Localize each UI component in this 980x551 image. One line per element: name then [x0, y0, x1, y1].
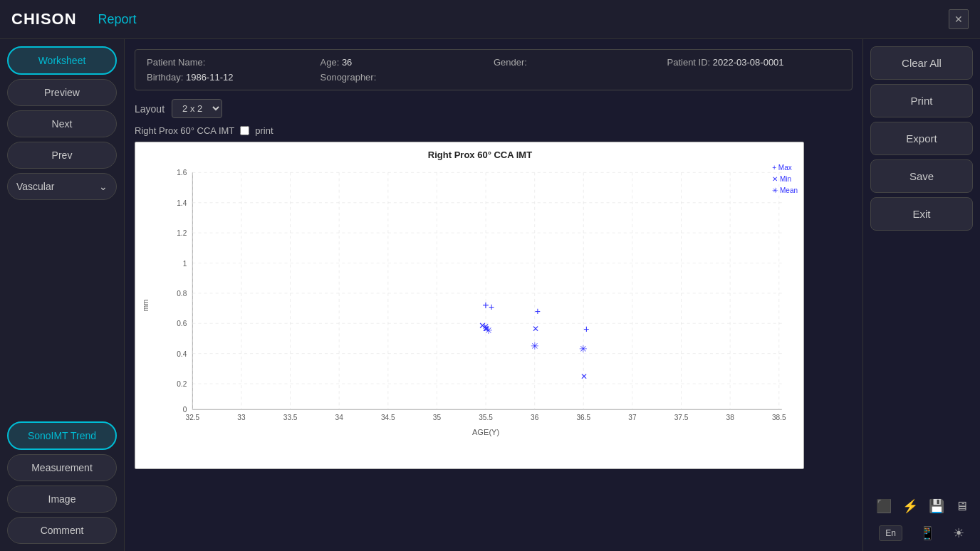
sidebar-item-worksheet[interactable]: Worksheet: [7, 46, 117, 75]
legend-max: + Max: [772, 162, 798, 174]
sidebar-item-sonoIMT[interactable]: SonoIMT Trend: [7, 421, 117, 450]
svg-text:35: 35: [433, 414, 442, 422]
language-button[interactable]: En: [879, 525, 902, 541]
titlebar: CHISON Report ✕: [0, 0, 980, 39]
sidebar-item-measurement[interactable]: Measurement: [7, 454, 117, 481]
chart-section-label: Right Prox 60° CCA IMT: [135, 125, 234, 136]
patient-age-field: Age: 36: [320, 57, 494, 68]
app-logo: CHISON: [11, 10, 77, 28]
layout-select[interactable]: 2 x 2 1 x 1 2 x 1: [172, 99, 222, 118]
sidebar-item-next[interactable]: Next: [7, 110, 117, 137]
svg-text:0.4: 0.4: [177, 350, 187, 358]
svg-text:36.5: 36.5: [576, 414, 590, 422]
sidebar-dropdown-vascular[interactable]: Vascular ⌄: [7, 173, 117, 200]
svg-text:+: +: [489, 301, 494, 313]
svg-text:37: 37: [628, 414, 637, 422]
right-bottom: ⬛ ⚡ 💾 🖥 En 📱 ☀: [870, 494, 973, 544]
patient-info-bar: Patient Name: Age: 36 Gender: Patient ID…: [135, 49, 853, 90]
svg-text:0: 0: [183, 406, 187, 414]
svg-text:33.5: 33.5: [283, 414, 298, 422]
svg-text:✳: ✳: [579, 343, 588, 355]
monitor-icon[interactable]: ⬛: [876, 498, 892, 514]
svg-text:36: 36: [531, 414, 539, 422]
screen-icon[interactable]: 🖥: [955, 499, 968, 514]
patient-gender-field: Gender:: [494, 57, 667, 68]
phone-icon[interactable]: 📱: [919, 525, 935, 541]
svg-text:0.6: 0.6: [177, 320, 187, 327]
chart-legend: + Max ✕ Min ✳ Mean: [772, 162, 798, 196]
sidebar-item-prev[interactable]: Prev: [7, 142, 117, 169]
svg-text:1: 1: [183, 260, 187, 268]
svg-text:1.4: 1.4: [177, 199, 187, 207]
icon-row: ⬛ ⚡ 💾 🖥: [870, 494, 973, 518]
chart-section: Right Prox 60° CCA IMT mm + Max ✕ Min ✳ …: [135, 142, 804, 469]
layout-label: Layout: [135, 103, 165, 115]
sidebar-item-comment[interactable]: Comment: [7, 517, 117, 544]
print-row: Right Prox 60° CCA IMT print: [135, 125, 853, 136]
svg-text:✳: ✳: [484, 325, 493, 336]
svg-text:0.8: 0.8: [177, 290, 187, 298]
chart-title: Right Prox 60° CCA IMT: [164, 149, 796, 160]
svg-text:33: 33: [237, 414, 246, 422]
lang-row: En 📱 ☀: [870, 523, 973, 544]
save-button[interactable]: Save: [870, 159, 973, 193]
exit-button[interactable]: Exit: [870, 197, 973, 231]
svg-text:38.5: 38.5: [772, 414, 786, 422]
legend-mean: ✳ Mean: [772, 185, 798, 196]
close-button[interactable]: ✕: [949, 9, 969, 29]
svg-text:38: 38: [726, 414, 735, 422]
y-axis-label: mm: [142, 300, 150, 312]
svg-text:37.5: 37.5: [674, 414, 689, 422]
sidebar-item-image[interactable]: Image: [7, 486, 117, 513]
svg-text:✕: ✕: [532, 324, 539, 334]
main-layout: Worksheet Preview Next Prev Vascular ⌄ S…: [0, 39, 980, 551]
chart-svg: 0 0.2 0.4 0.6 0.8 1 1.2 1.4 1.6 32.5 33 …: [164, 163, 796, 441]
print-button[interactable]: Print: [870, 84, 973, 117]
print-text: print: [255, 125, 273, 136]
export-button[interactable]: Export: [870, 122, 973, 155]
svg-text:+: +: [535, 305, 541, 317]
patient-birthday-field: Birthday: 1986-11-12: [147, 72, 320, 83]
svg-text:34: 34: [335, 414, 344, 422]
right-panel: Clear All Print Export Save Exit ⬛ ⚡ 💾 🖥…: [862, 39, 980, 551]
window-title: Report: [98, 12, 137, 27]
svg-text:1.6: 1.6: [177, 169, 187, 177]
patient-name-field: Patient Name:: [147, 57, 320, 68]
storage-icon[interactable]: 💾: [929, 498, 944, 514]
sidebar-item-preview[interactable]: Preview: [7, 79, 117, 106]
svg-text:1.2: 1.2: [177, 229, 187, 237]
print-checkbox[interactable]: [240, 126, 249, 135]
svg-text:35.5: 35.5: [479, 414, 493, 422]
svg-text:✳: ✳: [531, 340, 539, 352]
layout-bar: Layout 2 x 2 1 x 1 2 x 1: [135, 99, 853, 118]
patient-sonographer-field: Sonographer:: [320, 72, 494, 83]
content-area: Patient Name: Age: 36 Gender: Patient ID…: [125, 39, 862, 551]
svg-text:AGE(Y): AGE(Y): [472, 428, 499, 436]
sidebar: Worksheet Preview Next Prev Vascular ⌄ S…: [0, 39, 125, 551]
svg-text:34.5: 34.5: [381, 414, 395, 422]
svg-text:✕: ✕: [580, 372, 588, 382]
usb-icon[interactable]: ⚡: [902, 498, 918, 514]
legend-min: ✕ Min: [772, 174, 798, 185]
clear-all-button[interactable]: Clear All: [870, 46, 973, 80]
patient-id-field: Patient ID: 2022-03-08-0001: [667, 57, 841, 68]
brightness-icon[interactable]: ☀: [953, 525, 964, 541]
svg-text:32.5: 32.5: [186, 414, 200, 422]
svg-text:+: +: [583, 323, 589, 335]
svg-text:0.2: 0.2: [177, 380, 187, 388]
